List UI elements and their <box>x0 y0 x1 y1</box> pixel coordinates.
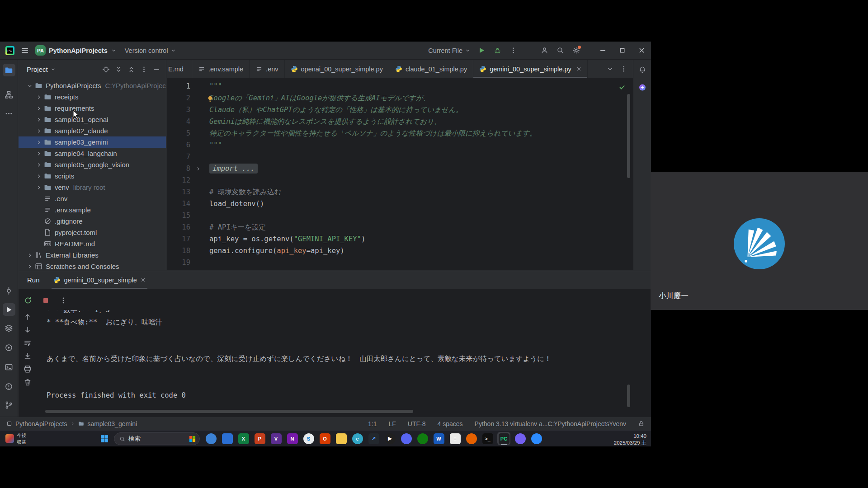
tree-item-external-libraries[interactable]: External Libraries <box>19 249 166 261</box>
hide-panel-icon[interactable] <box>153 66 160 73</box>
taskbar-app-visual-studio[interactable]: V <box>269 432 283 445</box>
minimize-button[interactable] <box>599 47 607 54</box>
taskbar-app-excel[interactable]: X <box>237 432 250 445</box>
breadcrumb-leaf[interactable]: sample03_gemini <box>87 420 137 427</box>
widgets-button[interactable]: 今後 収益 <box>5 432 26 445</box>
ai-assistant-icon[interactable] <box>638 84 646 91</box>
tree-item-pyproject-toml[interactable]: pyproject.toml <box>19 227 166 238</box>
main-menu-icon[interactable] <box>21 47 29 55</box>
python-console-tool-button[interactable] <box>3 341 15 354</box>
run-tool-button[interactable] <box>3 303 15 316</box>
start-button[interactable] <box>100 435 108 443</box>
hidden-tabs-icon[interactable] <box>606 65 614 73</box>
inspections-ok-icon[interactable] <box>618 84 626 91</box>
scroll-to-end-icon[interactable] <box>24 352 32 360</box>
editor-scrollbar[interactable] <box>627 94 630 178</box>
tab-openai-00-super-simple-py[interactable]: openai_00_super_simple.py <box>285 60 389 78</box>
taskbar-app-powerpoint[interactable]: P <box>253 432 266 445</box>
taskbar-app-viber[interactable] <box>514 432 527 445</box>
vertical-scrollbar[interactable] <box>627 385 630 407</box>
indent-style[interactable]: 4 spaces <box>438 420 463 427</box>
taskbar-app-pycharm[interactable]: PC <box>497 432 510 445</box>
taskbar-app-terminal[interactable]: >_ <box>481 432 494 445</box>
taskbar-app-explorer[interactable] <box>335 432 348 445</box>
tree-item-gitignore[interactable]: .gitignore <box>19 216 166 227</box>
taskbar-app-dev-tool[interactable]: ↗ <box>367 432 380 445</box>
tree-item-sample05-google-vision[interactable]: sample05_google_vision <box>19 159 166 170</box>
run-config-widget[interactable]: Current File <box>428 47 471 54</box>
version-control-tool-button[interactable] <box>3 399 15 411</box>
taskbar-app-xbox[interactable] <box>416 432 429 445</box>
soft-wrap-icon[interactable] <box>24 339 32 347</box>
editor-code[interactable]: 1"""2Googleの「Gemini」AIはGoogleが提供する生成AIモデ… <box>167 79 633 270</box>
close-icon[interactable] <box>141 277 146 282</box>
rerun-button[interactable] <box>24 296 32 305</box>
close-button[interactable] <box>638 47 646 54</box>
project-widget[interactable]: PA PythonApiProjects <box>35 45 117 56</box>
file-encoding[interactable]: UTF-8 <box>408 420 426 427</box>
next-occurrence-icon[interactable] <box>24 326 32 334</box>
taskbar-app-discord[interactable] <box>400 432 413 445</box>
caret-position[interactable]: 1:1 <box>368 420 377 427</box>
taskbar-app-zoom[interactable] <box>530 432 543 445</box>
tree-item-env[interactable]: .env <box>19 193 166 204</box>
settings-gear-wrap[interactable] <box>572 47 580 54</box>
tree-item-requirements[interactable]: requirements <box>19 103 166 114</box>
tab-gemini-00-super-simple-py[interactable]: gemini_00_super_simple.py <box>473 60 588 78</box>
taskbar-app-contacts[interactable] <box>204 432 217 445</box>
structure-tool-button[interactable] <box>3 88 15 101</box>
run-tab[interactable]: gemini_00_super_simple <box>52 271 147 289</box>
tab-env-sample[interactable]: .env.sample <box>192 60 250 78</box>
tree-item-sample03-gemini[interactable]: sample03_gemini <box>19 136 166 148</box>
fold-marker-icon[interactable] <box>190 163 206 174</box>
taskbar-app-onenote[interactable]: N <box>286 432 299 445</box>
taskbar-app-firefox[interactable] <box>465 432 478 445</box>
tree-item-sample04-langchain[interactable]: sample04_langchain <box>19 148 166 159</box>
horizontal-scrollbar[interactable] <box>45 410 413 413</box>
tree-item-scratches-and-consoles[interactable]: Scratches and Consoles <box>19 261 166 270</box>
python-interpreter[interactable]: Python 3.13 virtualenv a...C:¥PythonApiP… <box>475 420 626 427</box>
debug-button[interactable] <box>494 47 501 54</box>
tab-env[interactable]: .env <box>250 60 284 78</box>
taskbar-app-notepad[interactable]: ≡ <box>448 432 462 445</box>
expand-all-icon[interactable] <box>115 66 123 73</box>
notifications-bell-icon[interactable] <box>638 66 646 74</box>
collapse-all-icon[interactable] <box>127 66 135 73</box>
lock-icon[interactable] <box>638 420 645 427</box>
taskbar-app-media-player[interactable]: ▶ <box>383 432 396 445</box>
problems-tool-button[interactable] <box>3 380 15 393</box>
console-viewport[interactable]: * **数字:** 1、3* **食べ物:** おにぎり、味噌汁 あくまで、名前… <box>37 310 631 408</box>
tree-item-pythonapiprojects[interactable]: PythonApiProjectsC:¥PythonApiProjects <box>19 80 166 91</box>
taskbar-app-display[interactable] <box>221 432 234 445</box>
tree-item-readme-md[interactable]: README.md <box>19 238 166 249</box>
clear-console-icon[interactable] <box>24 378 32 386</box>
terminal-tool-button[interactable] <box>3 361 15 373</box>
tree-item-sample01-openai[interactable]: sample01_openai <box>19 114 166 125</box>
maximize-button[interactable] <box>618 47 626 54</box>
close-icon[interactable] <box>576 66 581 71</box>
tree-item-receipts[interactable]: receipts <box>19 91 166 103</box>
project-tool-button[interactable] <box>3 64 15 76</box>
panel-more-icon[interactable] <box>140 66 148 73</box>
locate-file-icon[interactable] <box>102 66 110 73</box>
run-button[interactable] <box>478 47 486 54</box>
tree-item-venv[interactable]: venvlibrary root <box>19 182 166 193</box>
more-tools-button[interactable] <box>3 107 15 120</box>
tree-item-scripts[interactable]: scripts <box>19 170 166 182</box>
prev-occurrence-icon[interactable] <box>24 313 32 321</box>
tab-options-icon[interactable] <box>620 65 627 73</box>
user-icon[interactable] <box>541 47 548 54</box>
services-tool-button[interactable] <box>3 322 15 334</box>
commit-tool-button[interactable] <box>3 284 15 297</box>
tab-claude-01-simple-py[interactable]: claude_01_simple.py <box>389 60 473 78</box>
print-icon[interactable] <box>24 365 32 373</box>
stop-button[interactable] <box>42 296 50 305</box>
intention-bulb-icon[interactable] <box>207 94 214 102</box>
taskbar-clock[interactable]: 10:40 2025/03/29 土 <box>614 433 646 446</box>
search-icon[interactable] <box>557 47 564 54</box>
taskbar-app-office[interactable]: O <box>318 432 331 445</box>
line-separator[interactable]: LF <box>389 420 396 427</box>
console-more-icon[interactable] <box>59 296 67 305</box>
taskbar-app-skype[interactable]: S <box>302 432 315 445</box>
breadcrumb-root[interactable]: PythonApiProjects <box>15 420 67 427</box>
